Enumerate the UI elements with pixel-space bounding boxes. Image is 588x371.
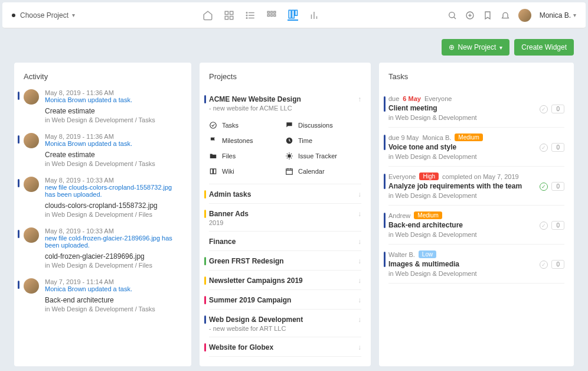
- svg-point-27: [210, 122, 217, 129]
- task-meta-pre: due: [388, 95, 399, 102]
- activity-item-title: Back-end architecture: [45, 296, 182, 304]
- add-icon[interactable]: [465, 11, 475, 20]
- task-item[interactable]: Walter B.LowImages & multimediain Web De…: [388, 245, 564, 284]
- user-menu[interactable]: Monica B. ▾: [540, 11, 576, 19]
- task-check-icon[interactable]: ✓: [540, 144, 548, 152]
- task-check-icon[interactable]: ✓: [540, 183, 548, 191]
- task-status: ✓0: [540, 105, 564, 113]
- project-item[interactable]: Website for Globex↓: [209, 337, 361, 357]
- project-item[interactable]: Summer 2019 Campaign↓: [209, 290, 361, 310]
- project-name: Banner Ads: [209, 210, 361, 218]
- list-icon[interactable]: [245, 10, 256, 21]
- activity-link[interactable]: Monica Brown updated a task.: [45, 285, 182, 292]
- project-link-tasks[interactable]: Tasks: [209, 118, 285, 133]
- activity-date: May 8, 2019 - 10:33 AM: [45, 177, 182, 184]
- activity-link[interactable]: new file cold-frozen-glacier-2189696.jpg…: [45, 235, 182, 249]
- arrow-down-icon[interactable]: ↓: [358, 257, 361, 265]
- activity-link[interactable]: Monica Brown updated a task.: [45, 96, 182, 103]
- activity-item[interactable]: May 8, 2019 - 11:36 AMMonica Brown updat…: [24, 89, 182, 123]
- task-color-bar: [384, 213, 386, 228]
- task-color-bar: [384, 96, 386, 112]
- activity-item-title: clouds-colors-cropland-1558732.jpg: [45, 201, 182, 210]
- svg-line-23: [453, 17, 455, 18]
- task-header: due6 MayEveryone: [388, 95, 564, 102]
- svg-rect-15: [274, 14, 276, 16]
- svg-rect-17: [292, 10, 295, 18]
- project-item[interactable]: Admin tasks↓: [209, 184, 361, 204]
- project-item[interactable]: Newsletter Campaigns 2019↓: [209, 271, 361, 290]
- task-meta-pre: due 9 May: [388, 134, 419, 141]
- project-selector[interactable]: Choose Project ▾: [20, 11, 75, 19]
- arrow-up-icon[interactable]: ↑: [358, 95, 361, 103]
- project-sub: - new website for ART LLC: [209, 325, 361, 332]
- arrow-down-icon[interactable]: ↓: [358, 296, 361, 304]
- activity-item[interactable]: May 8, 2019 - 11:36 AMMonica Brown updat…: [24, 133, 182, 167]
- task-check-icon[interactable]: ✓: [540, 261, 548, 269]
- activity-item-path: in Web Design & Development / Tasks: [45, 160, 182, 167]
- project-item[interactable]: Banner Ads2019↓: [209, 204, 361, 232]
- project-link-time[interactable]: Time: [285, 133, 361, 148]
- task-item[interactable]: EveryoneHighcompleted on May 7, 2019Anal…: [388, 167, 564, 206]
- new-project-button[interactable]: ⊕ New Project ▾: [442, 39, 510, 56]
- grid-icon[interactable]: [224, 10, 234, 21]
- arrow-down-icon[interactable]: ↓: [358, 315, 361, 324]
- task-item[interactable]: AndrewMediumBack-end architecturein Web …: [388, 206, 564, 245]
- task-item[interactable]: due6 MayEveryoneClient meetingin Web Des…: [388, 89, 564, 128]
- activity-link[interactable]: new file clouds-colors-cropland-1558732.…: [45, 184, 182, 198]
- arrow-down-icon[interactable]: ↓: [358, 343, 361, 352]
- bookmark-icon[interactable]: [483, 11, 492, 20]
- topbar: Choose Project ▾ Monica B. ▾: [2, 2, 586, 28]
- svg-point-8: [247, 15, 248, 16]
- project-link-files[interactable]: Files: [209, 148, 285, 164]
- arrow-down-icon[interactable]: ↓: [358, 190, 361, 198]
- project-color-bar: [204, 95, 206, 103]
- task-header: AndrewMedium: [388, 211, 564, 219]
- arrow-down-icon[interactable]: ↓: [358, 276, 361, 285]
- task-path: in Web Design & Development: [388, 231, 564, 238]
- bell-icon[interactable]: [501, 11, 510, 20]
- project-link-wiki[interactable]: Wiki: [209, 164, 285, 179]
- activity-avatar: [24, 177, 39, 192]
- svg-point-22: [449, 12, 454, 17]
- project-link-issue-tracker[interactable]: Issue Tracker: [285, 148, 361, 164]
- user-avatar[interactable]: [518, 9, 531, 22]
- project-selector-label: Choose Project: [20, 11, 68, 19]
- activity-title: Activity: [24, 72, 182, 81]
- svg-rect-18: [295, 10, 298, 15]
- main-columns: Activity May 8, 2019 - 11:36 AMMonica Br…: [0, 63, 588, 371]
- search-icon[interactable]: [447, 11, 457, 20]
- project-link-calendar[interactable]: Calendar: [285, 164, 361, 179]
- grid-small-icon[interactable]: [266, 10, 277, 21]
- project-item[interactable]: Green FRST Redesign↓: [209, 251, 361, 271]
- task-item[interactable]: due 9 MayMonica B.MediumVoice tone and s…: [388, 128, 564, 167]
- project-item[interactable]: Finance↓: [209, 232, 361, 251]
- activity-item-path: in Web Design & Development / Tasks: [45, 116, 182, 123]
- chevron-down-icon: ▾: [499, 44, 502, 51]
- project-link-milestones[interactable]: Milestones: [209, 133, 285, 148]
- arrow-down-icon[interactable]: ↓: [358, 237, 361, 246]
- arrow-down-icon[interactable]: ↓: [358, 210, 361, 218]
- task-count: 0: [551, 260, 564, 269]
- create-widget-button[interactable]: Create Widget: [514, 39, 574, 56]
- project-item[interactable]: Web Design & Development- new website fo…: [209, 310, 361, 337]
- project-color-bar: [204, 343, 206, 352]
- task-header: EveryoneHighcompleted on May 7, 2019: [388, 173, 564, 180]
- project-color-bar: [204, 257, 206, 265]
- columns-icon[interactable]: [288, 10, 298, 21]
- activity-item[interactable]: May 8, 2019 - 10:33 AMnew file clouds-co…: [24, 177, 182, 218]
- task-color-bar: [384, 135, 386, 150]
- project-link-discussions[interactable]: Discussions: [285, 118, 361, 133]
- activity-link[interactable]: Monica Brown updated a task.: [45, 140, 182, 147]
- activity-item[interactable]: May 7, 2019 - 11:14 AMMonica Brown updat…: [24, 278, 182, 313]
- task-assignee: Andrew: [388, 212, 410, 219]
- activity-avatar: [24, 227, 39, 243]
- svg-rect-2: [226, 16, 228, 19]
- task-check-icon[interactable]: ✓: [540, 105, 548, 113]
- task-check-icon[interactable]: ✓: [540, 222, 548, 230]
- home-icon[interactable]: [202, 10, 213, 21]
- bar-chart-icon[interactable]: [309, 10, 319, 21]
- task-path: in Web Design & Development: [388, 153, 564, 160]
- task-status: ✓0: [540, 260, 564, 269]
- activity-item[interactable]: May 8, 2019 - 10:33 AMnew file cold-froz…: [24, 227, 182, 269]
- project-featured[interactable]: ACME New Website Design - new website fo…: [209, 89, 361, 184]
